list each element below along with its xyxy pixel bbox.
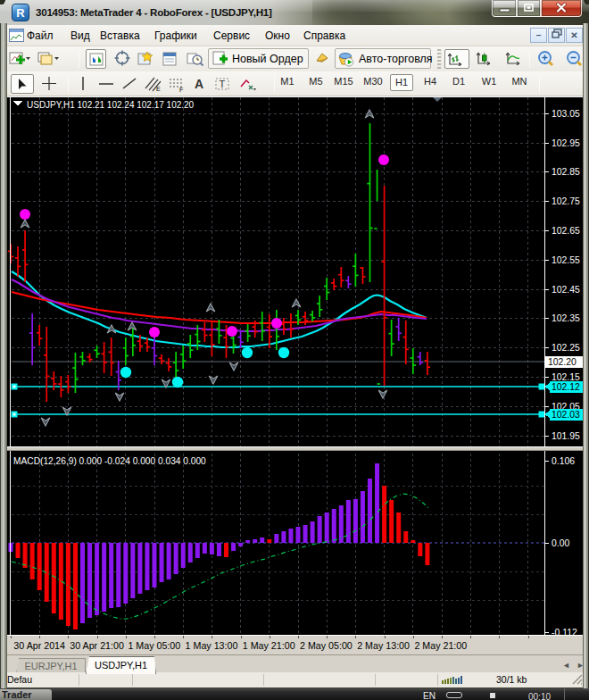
svg-text:E: E: [156, 86, 161, 92]
svg-text:102.65: 102.65: [552, 226, 580, 236]
svg-text:T: T: [220, 79, 226, 89]
svg-text:101.95: 101.95: [552, 431, 580, 441]
svg-text:103.05: 103.05: [552, 109, 580, 119]
svg-text:F: F: [179, 87, 183, 93]
svg-text:102.12: 102.12: [552, 382, 580, 392]
svg-text:A: A: [195, 77, 203, 91]
svg-text:102.03: 102.03: [552, 410, 580, 420]
svg-text:102.95: 102.95: [552, 138, 580, 148]
svg-text:102.25: 102.25: [552, 343, 580, 353]
svg-text:102.20: 102.20: [548, 357, 577, 367]
svg-text:102.45: 102.45: [552, 285, 580, 295]
svg-text:USDJPY,H1 102.21 102.24 102.1: USDJPY,H1 102.21 102.24 102.17 102.20: [27, 100, 195, 110]
svg-text:R: R: [16, 6, 25, 20]
svg-text:102.75: 102.75: [552, 196, 580, 206]
svg-text:MACD(12,26,9) 0.000 -0.024 0.0: MACD(12,26,9) 0.000 -0.024 0.000 0.034 0…: [13, 456, 206, 466]
svg-text:-0.112: -0.112: [552, 628, 577, 636]
svg-text:102.35: 102.35: [552, 313, 580, 323]
svg-text:102.15: 102.15: [552, 372, 580, 382]
svg-text:102.55: 102.55: [552, 255, 580, 265]
svg-text:0.106: 0.106: [552, 456, 575, 466]
svg-text:102.85: 102.85: [552, 167, 580, 177]
svg-text:0.00: 0.00: [552, 538, 569, 548]
